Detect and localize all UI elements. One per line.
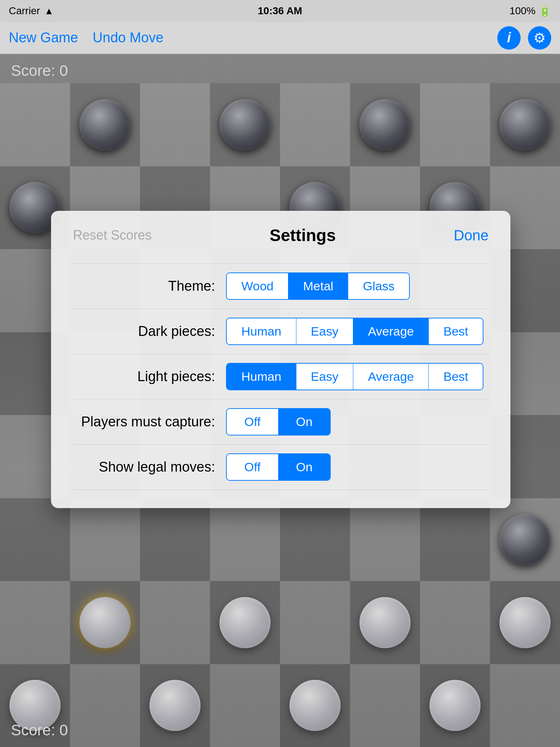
must-capture-on-button[interactable]: On [279,409,330,435]
dark-best-button[interactable]: Best [429,318,483,344]
settings-overlay: Reset Scores Settings Done Theme: Wood M… [0,54,560,747]
light-best-button[interactable]: Best [429,364,483,390]
theme-row: Theme: Wood Metal Glass [73,263,489,309]
light-pieces-label: Light pieces: [73,369,226,384]
must-capture-label: Players must capture: [73,414,226,430]
settings-modal: Reset Scores Settings Done Theme: Wood M… [51,211,510,508]
theme-segmented-control: Wood Metal Glass [226,272,410,300]
dark-pieces-row: Dark pieces: Human Easy Average Best [73,309,489,354]
dark-human-button[interactable]: Human [227,318,296,344]
must-capture-toggle: Off On [226,408,331,436]
settings-title: Settings [270,225,336,245]
nav-bar: New Game Undo Move i ⚙ [0,22,560,54]
board-area: Score: 0 [0,54,560,747]
light-pieces-segmented-control: Human Easy Average Best [226,363,483,390]
status-bar: Carrier ▲ 10:36 AM 100% 🔋 [0,0,560,22]
show-legal-on-button[interactable]: On [279,454,330,480]
done-button[interactable]: Done [454,227,489,244]
light-pieces-row: Light pieces: Human Easy Average Best [73,354,489,399]
dark-average-button[interactable]: Average [353,318,429,344]
reset-scores-button[interactable]: Reset Scores [73,228,152,243]
modal-header: Reset Scores Settings Done [73,225,489,245]
settings-button[interactable]: ⚙ [528,26,551,50]
theme-glass-button[interactable]: Glass [348,273,409,299]
dark-pieces-segmented-control: Human Easy Average Best [226,318,483,345]
dark-pieces-label: Dark pieces: [73,324,226,339]
show-legal-off-button[interactable]: Off [227,454,279,480]
battery-icon: 🔋 [538,5,551,17]
show-legal-label: Show legal moves: [73,459,226,475]
must-capture-row: Players must capture: Off On [73,399,489,444]
theme-label: Theme: [73,278,226,294]
battery-label: 100% [509,5,536,17]
info-button[interactable]: i [497,26,521,50]
light-average-button[interactable]: Average [353,364,429,390]
show-legal-toggle: Off On [226,453,331,481]
wifi-icon: ▲ [44,5,54,17]
light-human-button[interactable]: Human [227,364,296,390]
carrier-label: Carrier [9,5,40,17]
must-capture-off-button[interactable]: Off [227,409,279,435]
show-legal-row: Show legal moves: Off On [73,444,489,490]
time-label: 10:36 AM [258,5,302,17]
undo-move-button[interactable]: Undo Move [93,30,163,46]
light-easy-button[interactable]: Easy [296,364,354,390]
theme-wood-button[interactable]: Wood [227,273,288,299]
new-game-button[interactable]: New Game [9,30,78,46]
dark-easy-button[interactable]: Easy [296,318,354,344]
theme-metal-button[interactable]: Metal [288,273,348,299]
